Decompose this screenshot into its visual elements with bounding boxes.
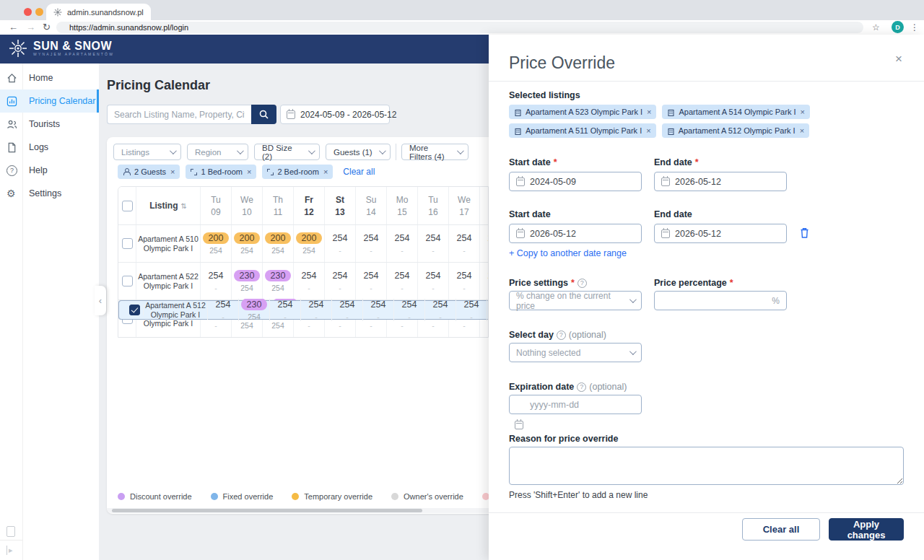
price-percentage-input[interactable]: % (654, 291, 787, 310)
price-cell[interactable]: 200254 (201, 225, 232, 262)
legend-dot (118, 493, 125, 500)
price-cell[interactable]: 254- (387, 225, 418, 262)
price-cell[interactable]: 200254 (263, 225, 294, 262)
price-cell[interactable]: 254- (294, 263, 325, 299)
filter-more[interactable]: More Filters (4) (401, 144, 468, 160)
sidebar-item-logs[interactable]: Logs (0, 136, 99, 159)
chip-close-icon[interactable]: × (323, 167, 328, 176)
filter-region[interactable]: Region (187, 144, 248, 160)
sidebar-item-home[interactable]: Home (0, 66, 99, 89)
bookmark-star-icon[interactable]: ☆ (872, 20, 880, 35)
row-checkbox[interactable] (122, 238, 133, 249)
listing-name-cell[interactable]: Apartament A 512Olympic Park I (144, 301, 208, 320)
filter-bd-size[interactable]: BD Size (2) (254, 144, 320, 160)
price-cell[interactable]: 230254 (263, 263, 294, 299)
sidebar-footer-icon[interactable] (6, 526, 15, 537)
price-cell[interactable]: 254- (449, 263, 480, 299)
price-cell[interactable]: 254- (332, 299, 363, 321)
sidebar-item-tourists[interactable]: Tourists (0, 113, 99, 136)
price-cell[interactable]: 254- (394, 299, 425, 321)
expiration-date-input[interactable] (509, 395, 642, 414)
browser-tab[interactable]: admin.sunandsnow.pl (46, 4, 151, 20)
search-input[interactable] (107, 105, 251, 124)
price-cell[interactable]: 254- (418, 263, 449, 299)
row-checkbox[interactable] (129, 305, 140, 315)
listing-column-header[interactable]: Listing ⇅ (149, 201, 187, 211)
traffic-light-close[interactable] (24, 8, 32, 16)
help-circle-icon[interactable]: ? (578, 279, 587, 288)
search-button[interactable] (251, 105, 276, 124)
scrollbar-thumb[interactable] (112, 509, 422, 512)
price-cell[interactable]: 230254 (232, 263, 263, 299)
end-date-input-2[interactable]: 2026-05-12 (654, 224, 787, 243)
day-column-header: Th11 (263, 187, 294, 224)
chip-2-guests[interactable]: 2 Guests × (118, 165, 180, 179)
price-cell[interactable]: 254- (480, 225, 489, 262)
chip-close-icon[interactable]: × (801, 108, 805, 116)
reload-icon[interactable]: ↻ (43, 20, 51, 35)
chip-close-icon[interactable]: × (170, 167, 175, 176)
chip-close-icon[interactable]: × (247, 167, 251, 176)
price-cell[interactable]: 254- (356, 225, 387, 262)
price-cell[interactable]: 254- (480, 263, 489, 299)
sort-icon: ⇅ (180, 202, 186, 210)
price-cell[interactable]: 230254 (239, 299, 270, 321)
delete-range-trash-icon[interactable] (799, 227, 810, 239)
sidebar-item-settings[interactable]: ⚙ Settings (0, 182, 99, 205)
back-icon[interactable]: ← (9, 20, 18, 35)
price-cell[interactable]: 254- (363, 299, 394, 321)
price-cell[interactable]: 200254 (294, 225, 325, 262)
price-cell[interactable]: 254- (270, 299, 301, 321)
chip-close-icon[interactable]: × (647, 108, 651, 116)
end-date-input[interactable]: 2026-05-12 (654, 172, 787, 191)
price-cell[interactable]: 254- (456, 299, 487, 321)
browser-avatar[interactable]: D (892, 21, 904, 33)
listing-name-cell[interactable]: Apartament A 522Olympic Park I (136, 263, 201, 299)
price-settings-select[interactable]: % change on the current price (509, 291, 642, 310)
price-cell[interactable]: 254- (325, 263, 356, 299)
start-date-input[interactable]: 2024-05-09 (509, 172, 642, 191)
listing-chip[interactable]: Apartament A 512 Olympic Park I × (662, 123, 809, 138)
copy-date-range-link[interactable]: + Copy to another date range (509, 248, 627, 258)
price-cell[interactable]: 254- (449, 225, 480, 262)
apply-changes-button[interactable]: Apply changes (829, 518, 904, 541)
help-circle-icon[interactable]: ? (557, 331, 566, 340)
listing-name-cell[interactable]: Apartament A 510Olympic Park I (136, 225, 201, 262)
listing-chip[interactable]: Apartament A 511 Olympic Park I × (509, 123, 656, 138)
price-cell[interactable]: 254- (387, 263, 418, 299)
start-date-input-2[interactable]: 2026-05-12 (509, 224, 642, 243)
chip-1-bedroom[interactable]: 1 Bed-room × (186, 165, 256, 179)
chip-2-bedroom[interactable]: 2 Bed-room × (262, 165, 333, 179)
select-day-select[interactable]: Nothing selected (509, 343, 642, 362)
address-bar[interactable]: https://admin.sunandsnow.pl/login (56, 22, 863, 33)
sidebar-item-help[interactable]: ? Help (0, 159, 99, 182)
price-cell[interactable]: 254- (201, 263, 232, 299)
date-range-picker[interactable]: 2024-05-09 - 2026-05-12 (280, 105, 390, 124)
listing-chip[interactable]: Apartament A 523 Olympic Park I × (509, 105, 656, 119)
sidebar-expand-icon[interactable]: ▸ (6, 546, 13, 555)
forward-icon[interactable]: → (26, 20, 35, 35)
price-cell[interactable]: 254- (425, 299, 456, 321)
close-icon[interactable]: × (895, 52, 902, 66)
price-cell[interactable]: 254- (301, 299, 332, 321)
price-cell[interactable]: 254- (356, 263, 387, 299)
sidebar-collapse-handle[interactable]: ‹ (95, 286, 106, 315)
chip-close-icon[interactable]: × (800, 126, 804, 135)
chip-close-icon[interactable]: × (646, 126, 650, 135)
price-cell[interactable]: 254- (418, 225, 449, 262)
price-cell[interactable]: 200254 (232, 225, 263, 262)
row-checkbox[interactable] (122, 276, 133, 286)
filter-guests[interactable]: Guests (1) (326, 144, 391, 160)
sidebar-item-pricing-calendar[interactable]: Pricing Calendar (0, 89, 99, 113)
help-circle-icon[interactable]: ? (577, 382, 586, 392)
clear-all-filters-link[interactable]: Clear all (343, 167, 375, 177)
price-cell[interactable]: 254- (325, 225, 356, 262)
traffic-light-minimize[interactable] (35, 8, 43, 16)
price-cell[interactable]: 254- (208, 299, 239, 321)
listing-chip[interactable]: Apartament A 514 Olympic Park I × (662, 105, 809, 119)
browser-menu-icon[interactable]: ⋮ (910, 20, 919, 35)
select-all-checkbox[interactable] (122, 201, 133, 211)
clear-all-button[interactable]: Clear all (742, 518, 820, 541)
filter-listings[interactable]: Listings (113, 144, 181, 160)
reason-textarea[interactable] (509, 447, 904, 485)
